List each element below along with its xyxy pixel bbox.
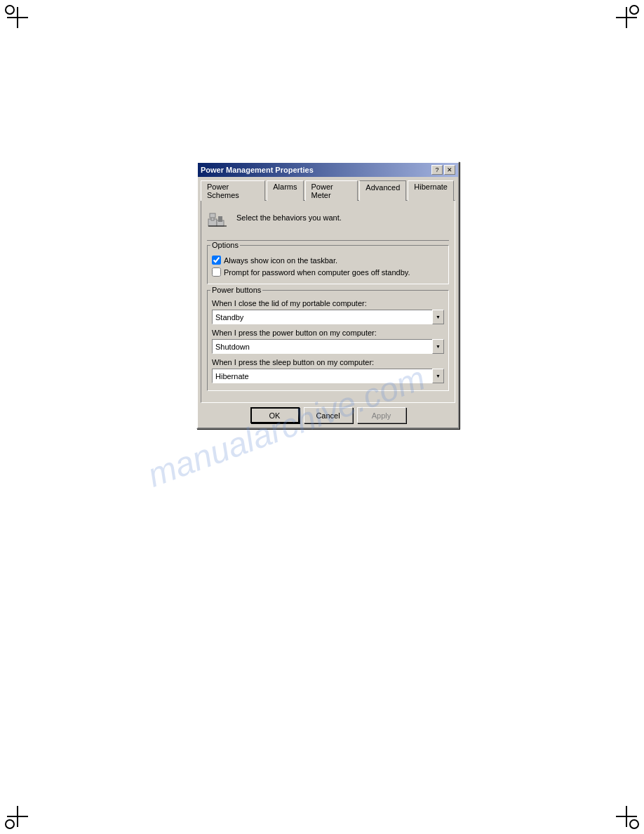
tab-hibernate[interactable]: Hibernate	[408, 180, 454, 201]
checkbox-password-label: Prompt for password when computer goes o…	[224, 268, 410, 277]
power-management-dialog: Power Management Properties ? ✕ Power Sc…	[196, 161, 459, 429]
dialog-title: Power Management Properties	[201, 166, 314, 174]
options-group-label-wrap: Options	[210, 241, 240, 249]
crosshair-br	[616, 806, 637, 827]
crosshair-tl	[7, 7, 28, 28]
tab-advanced[interactable]: Advanced	[359, 180, 406, 201]
tab-power-meter[interactable]: Power Meter	[305, 180, 358, 201]
separator	[207, 240, 449, 241]
help-button[interactable]: ?	[431, 165, 443, 175]
sleep-btn-dropdown[interactable]: Hibernate Standby Shutdown Do nothing	[212, 369, 444, 383]
crosshair-bl	[7, 806, 28, 827]
lid-dropdown[interactable]: Standby Hibernate Shutdown Do nothing	[212, 310, 444, 324]
tabs-bar: Power Schemes Alarms Power Meter Advance…	[198, 177, 458, 200]
checkbox-taskbar-icon[interactable]	[212, 256, 221, 265]
checkbox-taskbar-label: Always show icon on the taskbar.	[224, 256, 337, 265]
crosshair-tr	[616, 7, 637, 28]
checkbox-password[interactable]	[212, 267, 221, 277]
sleep-btn-dropdown-wrap: Hibernate Standby Shutdown Do nothing	[212, 369, 444, 383]
tab-content-advanced: Select the behaviors you want. Options A…	[201, 200, 455, 403]
tab-alarms[interactable]: Alarms	[267, 180, 303, 201]
apply-button[interactable]: Apply	[357, 407, 406, 423]
checkbox-row-taskbar: Always show icon on the taskbar.	[212, 256, 444, 265]
description-row: Select the behaviors you want.	[207, 206, 449, 233]
lid-dropdown-wrap: Standby Hibernate Shutdown Do nothing	[212, 310, 444, 324]
description-text: Select the behaviors you want.	[236, 213, 342, 222]
ok-button[interactable]: OK	[250, 407, 300, 423]
close-button[interactable]: ✕	[444, 165, 455, 175]
dialog-titlebar: Power Management Properties ? ✕	[198, 163, 458, 177]
button-row: OK Cancel Apply	[198, 403, 458, 428]
power-buttons-group: Power buttons When I close the lid of my…	[207, 290, 449, 391]
power-btn-dropdown-wrap: Shutdown Standby Hibernate Do nothing	[212, 339, 444, 354]
power-btn-dropdown-label: When I press the power button on my comp…	[212, 329, 444, 337]
svg-rect-2	[210, 213, 215, 218]
sleep-btn-dropdown-label: When I press the sleep button on my comp…	[212, 358, 444, 366]
power-btn-dropdown[interactable]: Shutdown Standby Hibernate Do nothing	[212, 339, 444, 354]
lid-dropdown-label: When I close the lid of my portable comp…	[212, 299, 444, 307]
cancel-button[interactable]: Cancel	[304, 407, 353, 423]
power-icon	[207, 206, 229, 229]
options-group: Options Always show icon on the taskbar.…	[207, 245, 449, 284]
power-buttons-label: Power buttons	[210, 286, 262, 294]
titlebar-buttons: ? ✕	[431, 165, 455, 175]
dialog-wrapper: Power Management Properties ? ✕ Power Sc…	[196, 161, 459, 429]
tab-power-schemes[interactable]: Power Schemes	[201, 180, 265, 201]
options-label: Options	[210, 241, 240, 249]
checkbox-row-password: Prompt for password when computer goes o…	[212, 267, 444, 277]
svg-rect-4	[218, 216, 222, 222]
